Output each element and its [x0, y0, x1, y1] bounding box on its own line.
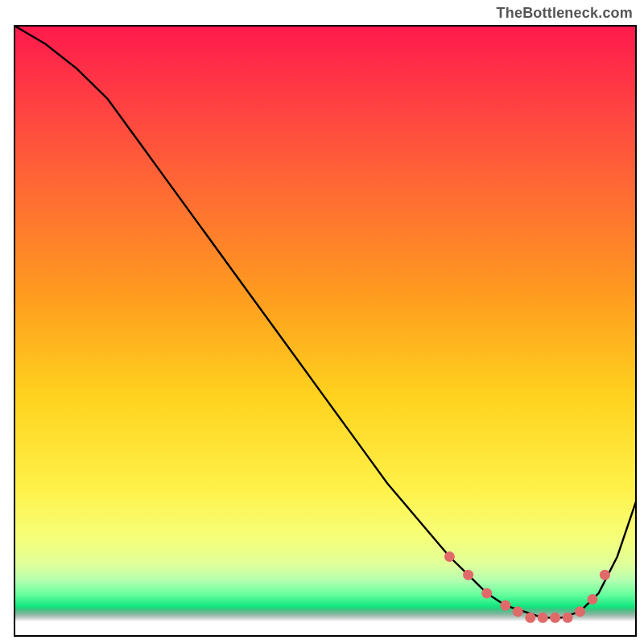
- curve-marker: [444, 551, 455, 562]
- curve-marker: [588, 594, 598, 605]
- bottleneck-chart: [0, 0, 644, 644]
- curve-marker: [563, 613, 573, 623]
- curve-marker: [463, 570, 473, 580]
- watermark-text: TheBottleneck.com: [497, 5, 633, 22]
- plot-background: [14, 26, 636, 621]
- chart-stage: TheBottleneck.com: [0, 0, 644, 644]
- curve-marker: [500, 601, 510, 611]
- curve-marker: [513, 606, 523, 617]
- curve-marker: [550, 613, 560, 623]
- curve-marker: [575, 606, 585, 617]
- curve-marker: [481, 588, 492, 598]
- curve-marker: [600, 570, 610, 580]
- curve-marker: [525, 613, 535, 623]
- curve-marker: [538, 613, 548, 623]
